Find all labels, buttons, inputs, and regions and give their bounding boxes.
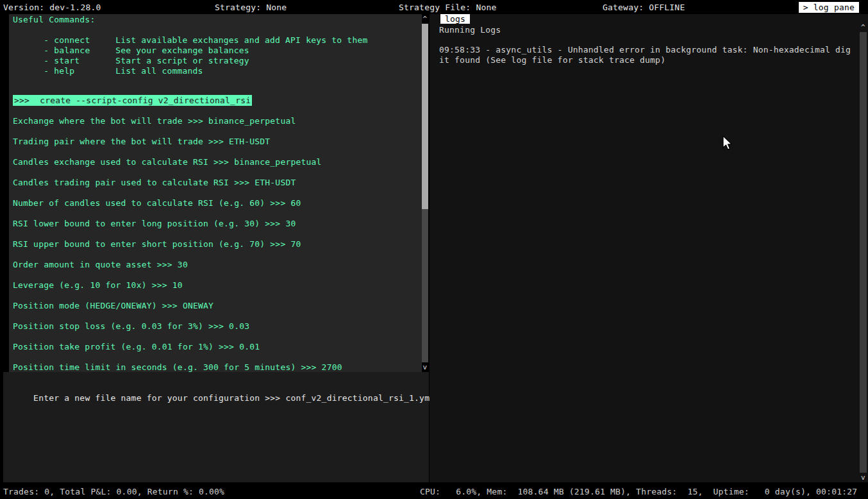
config-prompt-line: Position mode (HEDGE/ONEWAY) >>> ONEWAY [13, 301, 342, 310]
gateway-status-label: Gateway: OFFLINE [603, 3, 685, 12]
command-description: See your exchange balances [115, 46, 249, 55]
config-prompt-line: RSI upper bound to enter short position … [13, 240, 342, 248]
command-description: List available exchanges and add API key… [115, 35, 367, 45]
input-value: conf_v2_directional_rsi_1.yml [285, 393, 435, 403]
log-pane-scrollbar[interactable]: ^ v [860, 22, 867, 482]
command-input-pane[interactable]: Enter a new file name for your configura… [3, 372, 429, 482]
command-help-row: - connectList available exchanges and ad… [13, 25, 367, 35]
executed-command-highlight: >>> create --script-config v2_directiona… [13, 95, 252, 106]
log-line: 09:58:33 - async_utils - Unhandled error… [439, 45, 856, 55]
command-input[interactable]: Enter a new file name for your configura… [13, 384, 440, 393]
config-prompt-line: Number of candles used to calculate RSI … [13, 199, 342, 207]
version-label: Version: dev-1.28.0 [3, 3, 101, 12]
useful-commands-block: Useful Commands: - connectList available… [13, 15, 367, 66]
config-prompt-line: Candles trading pair used to calculate R… [13, 178, 342, 187]
scroll-down-arrow-icon[interactable]: v [860, 473, 867, 482]
config-prompt-line: Position time limit in seconds (e.g. 300… [13, 363, 342, 371]
command-description: Start a script or strategy [115, 56, 249, 65]
config-prompt-line: Leverage (e.g. 10 for 10x) >>> 10 [13, 281, 342, 289]
config-prompt-line: Position stop loss (e.g. 0.03 for 3%) >>… [13, 322, 342, 330]
output-pane-scrollbar[interactable]: ^ v [422, 14, 428, 372]
scrollbar-track[interactable] [422, 209, 428, 362]
config-prompt-line: Position take profit (e.g. 0.01 for 1%) … [13, 343, 342, 351]
command-name: - help [44, 66, 115, 76]
scroll-up-arrow-icon[interactable]: ^ [422, 14, 428, 24]
config-prompt-history: Exchange where the bot will trade >>> bi… [13, 117, 342, 372]
strategy-label: Strategy: None [215, 3, 287, 12]
log-output: 09:58:33 - async_utils - Unhandled error… [439, 45, 856, 65]
useful-commands-title: Useful Commands: [13, 15, 367, 25]
log-pane[interactable]: logs Running Logs 09:58:33 - async_utils… [430, 14, 868, 482]
output-pane[interactable]: Useful Commands: - connectList available… [9, 14, 422, 372]
tab-logs[interactable]: logs [440, 14, 470, 24]
command-name: - connect [44, 35, 115, 46]
scroll-down-arrow-icon[interactable]: v [422, 362, 428, 372]
strategy-file-label: Strategy File: None [399, 3, 497, 12]
config-prompt-line: Candles exchange used to calculate RSI >… [13, 158, 342, 166]
log-pane-toggle-button[interactable]: > log pane [799, 2, 859, 13]
command-name: - start [44, 56, 115, 66]
config-prompt-line: Exchange where the bot will trade >>> bi… [13, 117, 342, 125]
trades-status-label: Trades: 0, Total P&L: 0.00, Return %: 0.… [3, 487, 224, 496]
config-prompt-line: RSI lower bound to enter long position (… [13, 219, 342, 228]
mouse-pointer-icon [721, 135, 732, 151]
config-prompt-line: Trading pair where the bot will trade >>… [13, 137, 342, 146]
input-prompt-text: Enter a new file name for your configura… [33, 393, 285, 403]
bottom-status-bar: Trades: 0, Total P&L: 0.00, Return %: 0.… [0, 482, 868, 499]
scrollbar-thumb[interactable] [422, 24, 428, 209]
log-pane-title: Running Logs [439, 25, 501, 35]
command-name: - balance [44, 46, 115, 56]
command-description: List all commands [115, 66, 203, 76]
scrollbar-track[interactable] [860, 32, 867, 473]
scroll-up-arrow-icon[interactable]: ^ [860, 22, 867, 32]
config-prompt-line: Order amount in quote asset >>> 30 [13, 260, 342, 269]
top-status-bar: Version: dev-1.28.0 Strategy: None Strat… [0, 0, 868, 14]
system-resources-label: CPU: 6.0%, Mem: 108.64 MB (219.61 MB), T… [420, 487, 857, 496]
log-line: it found (See log file for stack trace d… [439, 55, 856, 65]
